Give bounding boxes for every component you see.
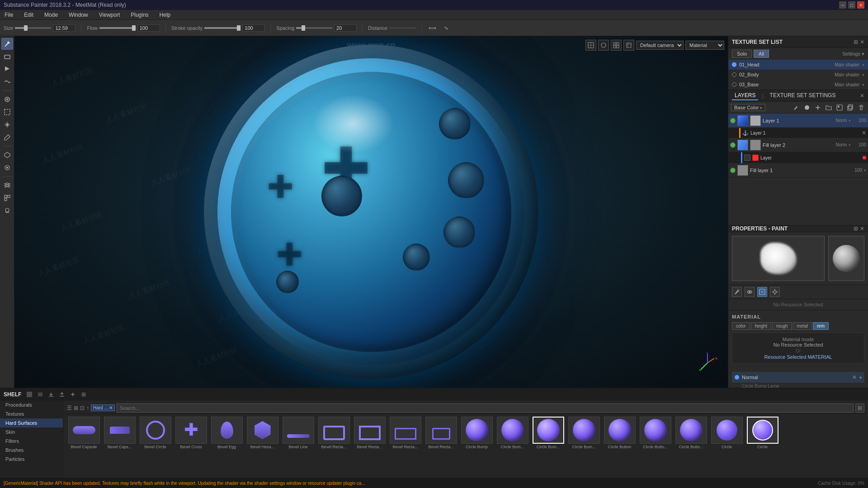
lazy-mouse-icon[interactable]: ∿ xyxy=(441,23,451,33)
material-picker-tool[interactable] xyxy=(1,162,13,174)
layers-delete-icon[interactable] xyxy=(856,103,866,112)
select-tool[interactable] xyxy=(1,106,13,118)
bake-tool[interactable] xyxy=(1,205,13,216)
props-expand-icon[interactable]: ⊞ xyxy=(854,225,858,232)
stroke-opacity-value[interactable]: 100 xyxy=(242,24,265,32)
shelf-grid-toggle[interactable]: ⊞ xyxy=(855,404,864,413)
shelf-cat-skin[interactable]: Skin xyxy=(0,427,63,436)
eyedropper-tool[interactable] xyxy=(1,131,13,143)
shelf-item-cb3[interactable]: Circle Bum... xyxy=(531,416,565,476)
tsl-tab-all[interactable]: All xyxy=(754,50,769,58)
menu-window[interactable]: Window xyxy=(66,11,91,19)
shelf-filter-icon-4[interactable]: ↑ xyxy=(86,405,89,411)
menu-mode[interactable]: Mode xyxy=(42,11,61,19)
shelf-item-cb5[interactable]: Circle Button xyxy=(603,416,637,476)
shelf-tag-close[interactable]: ✕ xyxy=(109,405,113,410)
shelf-item-bevel-cross[interactable]: ✚ Bevel Cross xyxy=(174,416,208,476)
layer-item-1[interactable]: Layer 1 Norm ▾ 100 xyxy=(728,113,868,128)
shelf-item-cb6[interactable]: Circle Butto... xyxy=(638,416,672,476)
render-mode-select[interactable]: Material Base Color Roughness Metallic N… xyxy=(685,41,724,50)
props-settings-icon[interactable] xyxy=(770,287,780,297)
camera-select[interactable]: Default camera Top Front Side xyxy=(636,41,684,50)
normal-layer-header[interactable]: Normal ✕ ▾ xyxy=(732,372,864,383)
clone-tool[interactable] xyxy=(1,94,13,105)
viewport[interactable]: 人人素材社区 人人素材社区 人人素材社区 人人素材社区 人人素材社区 人人素材社… xyxy=(14,36,728,388)
shelf-item-bevel-circle[interactable]: Bevel Circle xyxy=(138,416,172,476)
shelf-item-bevel-line[interactable]: Bevel Line xyxy=(281,416,315,476)
layer-opacity-1[interactable]: 100 xyxy=(853,118,866,123)
layer-visibility-1[interactable] xyxy=(730,118,736,123)
props-brush-icon[interactable] xyxy=(732,287,742,297)
shelf-cat-textures[interactable]: Textures xyxy=(0,409,63,418)
spacing-slider[interactable] xyxy=(296,27,332,29)
transform-tool[interactable] xyxy=(1,119,13,131)
shelf-item-bevel-recta3[interactable]: Bevel Recta... xyxy=(388,416,422,476)
shelf-item-circ2[interactable]: Circle xyxy=(745,416,779,476)
mat-tab-color[interactable]: color xyxy=(732,322,750,330)
layer-item-3[interactable]: Fill layer 1 100 ▾ xyxy=(728,163,868,178)
flow-value[interactable]: 100 xyxy=(137,24,160,32)
shelf-icon-export[interactable] xyxy=(57,390,66,399)
stroke-opacity-slider[interactable] xyxy=(204,27,241,29)
symmetry-icon[interactable]: ⟺ xyxy=(428,23,438,33)
tsl-item-base[interactable]: 03_Base Main shader ▾ xyxy=(728,80,868,89)
tsl-tab-solo[interactable]: Solo xyxy=(732,50,752,58)
normal-expand[interactable]: ▾ xyxy=(859,375,862,380)
menu-viewport[interactable]: Viewport xyxy=(96,11,123,19)
shelf-expand-icon[interactable]: ⊞ xyxy=(79,390,88,399)
fill-tool[interactable] xyxy=(1,63,13,75)
channel-selector[interactable]: Base Color ▾ xyxy=(731,104,765,111)
shelf-item-bevel-egg[interactable]: Bevel Egg xyxy=(210,416,244,476)
layer-blend-2[interactable]: Norm xyxy=(836,142,847,147)
tsl-settings[interactable]: Settings ▾ xyxy=(842,51,864,57)
layer-visibility-2[interactable] xyxy=(730,142,736,148)
tsl-item-body[interactable]: 02_Body Main shader ▾ xyxy=(728,70,868,80)
shelf-item-bevel-recta4[interactable]: Bevel Recta... xyxy=(424,416,458,476)
shelf-item-bevel-capsule[interactable]: Bevel Capsule xyxy=(67,416,101,476)
eraser-tool[interactable] xyxy=(1,51,13,62)
menu-edit[interactable]: Edit xyxy=(21,11,36,19)
mat-tab-metal[interactable]: metal xyxy=(793,322,812,330)
mat-tab-nrm[interactable]: nrm xyxy=(813,322,829,330)
normal-close[interactable]: ✕ xyxy=(852,374,857,380)
shelf-search-input[interactable] xyxy=(117,404,854,413)
polygon-fill-tool[interactable] xyxy=(1,149,13,161)
shelf-filter-icon[interactable]: ☰ xyxy=(67,405,72,411)
tsl-item-head[interactable]: 01_Head Main shader ▾ xyxy=(728,60,868,70)
uv-tool[interactable] xyxy=(1,192,13,204)
minimize-button[interactable]: ─ xyxy=(839,1,846,9)
shelf-item-bevel-recta1[interactable]: Bevel Recta... xyxy=(317,416,351,476)
shelf-item-bevel-hexa[interactable]: Bevel Hexa... xyxy=(245,416,279,476)
viewport-icon-4[interactable] xyxy=(623,40,634,51)
shelf-icon-add[interactable] xyxy=(68,390,77,399)
shelf-cat-brushes[interactable]: Brushes xyxy=(0,446,63,455)
layer-opacity-3[interactable]: 100 xyxy=(849,168,862,173)
flow-slider[interactable] xyxy=(99,27,136,29)
layers-copy-icon[interactable] xyxy=(845,103,855,112)
layer-blend-1[interactable]: Norm xyxy=(836,118,847,123)
distance-slider[interactable] xyxy=(389,27,416,29)
maximize-button[interactable]: □ xyxy=(848,1,855,9)
layer-visibility-3[interactable] xyxy=(730,168,736,173)
props-eye-icon[interactable] xyxy=(745,287,755,297)
layers-close-icon[interactable]: ✕ xyxy=(860,93,864,99)
shelf-cat-hard-surfaces[interactable]: Hard Surfaces xyxy=(0,418,63,427)
layer-item-2[interactable]: Fill layer 2 Norm ▾ 100 xyxy=(728,138,868,152)
shelf-filter-icon-3[interactable]: ⊡ xyxy=(80,405,85,411)
shelf-item-circ1[interactable]: Circle xyxy=(710,416,744,476)
close-button[interactable]: ✕ xyxy=(857,1,864,9)
menu-help[interactable]: Help xyxy=(157,11,174,19)
menu-file[interactable]: File xyxy=(2,11,16,19)
shelf-cat-procedurals[interactable]: Procedurals xyxy=(0,400,63,409)
layer-sub-close-1[interactable]: ✕ xyxy=(862,130,866,136)
tsl-expand-icon[interactable]: ⊞ xyxy=(854,39,858,45)
paint-tool[interactable] xyxy=(1,38,13,50)
shelf-item-cb4[interactable]: Circle Bum... xyxy=(567,416,601,476)
tab-layers[interactable]: LAYERS xyxy=(732,91,758,100)
shelf-icon-2[interactable] xyxy=(36,390,45,399)
viewport-icon-2[interactable] xyxy=(598,40,609,51)
layers-folder-icon[interactable] xyxy=(824,103,834,112)
tab-texture-set-settings[interactable]: TEXTURE SET SETTINGS xyxy=(767,91,839,100)
shelf-item-cb1[interactable]: Circle Bump xyxy=(460,416,494,476)
shelf-item-cb7[interactable]: Circle Butto... xyxy=(674,416,708,476)
